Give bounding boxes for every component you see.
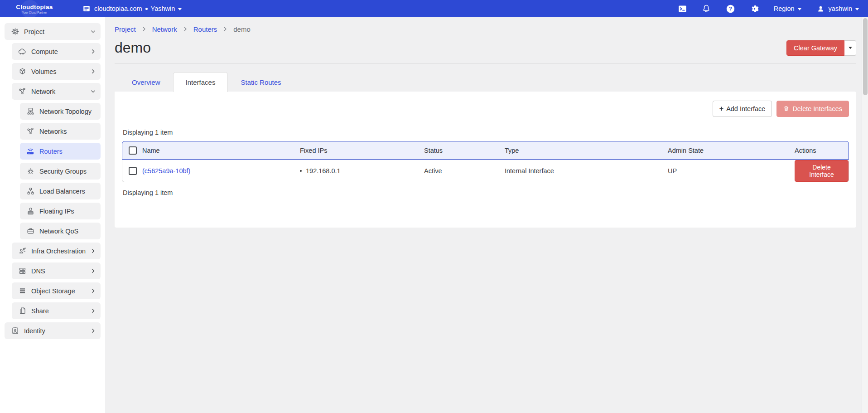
sidebar-item-network-qos[interactable]: Network QoS (20, 223, 101, 239)
page-title: demo (115, 39, 151, 56)
chevron-down-icon (178, 8, 182, 10)
sidebar-item-floating-ips[interactable]: Floating IPs (20, 203, 101, 219)
sidebar-item-label: Networks (39, 128, 67, 135)
sidebar-item-network[interactable]: Network (12, 83, 101, 100)
chevron-down-icon (798, 8, 801, 10)
clear-gateway-dropdown-button[interactable] (844, 40, 856, 56)
trash-icon (783, 105, 789, 113)
domain-project-switcher[interactable]: cloudtopiaa.com Yashwin (82, 4, 182, 14)
floating-ips-icon (26, 207, 35, 216)
sidebar-item-label: Volumes (31, 68, 57, 75)
sidebar-item-networks[interactable]: Networks (20, 123, 101, 140)
select-all-checkbox[interactable] (129, 146, 137, 155)
sidebar-item-volumes[interactable]: Volumes (12, 63, 101, 80)
sidebar-item-infra-orchestration[interactable]: Infra Orchestration (12, 243, 101, 259)
scrollbar[interactable] (862, 17, 868, 413)
interfaces-panel: + Add Interface Delete Interfaces Displa… (115, 92, 856, 228)
item-count-top: Displaying 1 item (123, 129, 856, 136)
network-nodes-icon (18, 87, 27, 96)
tab-overview[interactable]: Overview (119, 72, 173, 92)
scrollbar-thumb[interactable] (863, 18, 868, 95)
chevron-right-icon (90, 308, 96, 314)
project-icon (10, 27, 19, 36)
sidebar-item-share[interactable]: Share (12, 302, 101, 319)
tab-bar: Overview Interfaces Static Routes (119, 72, 856, 92)
bullet-separator-icon (145, 8, 148, 10)
user-menu[interactable]: yashwin (816, 4, 859, 14)
sidebar-item-object-storage[interactable]: Object Storage (12, 282, 101, 299)
table-header-row: Name Fixed IPs Status Type Admin State A… (122, 141, 849, 160)
sidebar-item-dns[interactable]: DNS (12, 262, 101, 279)
main-content: Project Network Routers demo demo Clear … (105, 17, 868, 413)
chevron-right-icon (222, 25, 228, 33)
chevron-down-icon (90, 88, 96, 94)
add-interface-button[interactable]: + Add Interface (713, 101, 772, 117)
logo-tagline: Your Cloud Partner (0, 11, 69, 14)
chevron-right-icon (141, 25, 147, 33)
fixed-ip-cell: 192.168.0.1 (300, 167, 424, 175)
interface-name-link[interactable]: (c5625a9a-10bf) (142, 167, 300, 175)
logo[interactable]: Cloudtopiaa Your Cloud Partner (0, 4, 69, 14)
region-dropdown[interactable]: Region (774, 5, 801, 12)
item-count-bottom: Displaying 1 item (123, 189, 856, 196)
column-header-actions: Actions (795, 147, 849, 154)
chevron-down-icon (849, 47, 852, 49)
sidebar-item-label: Security Groups (39, 168, 87, 175)
sidebar-item-security-groups[interactable]: Security Groups (20, 163, 101, 180)
sidebar-item-label: Network Topology (39, 108, 92, 115)
column-header-name: Name (142, 147, 300, 154)
networks-icon (26, 127, 35, 136)
username-label: yashwin (829, 5, 852, 12)
share-file-icon (18, 306, 27, 316)
project-label: Yashwin (151, 5, 175, 12)
column-header-fixed-ips: Fixed IPs (300, 147, 424, 154)
settings-gear-icon[interactable] (750, 4, 759, 14)
volumes-cube-icon (18, 67, 27, 76)
topbar-right: ? Region yashwin (678, 4, 868, 14)
tab-static-routes[interactable]: Static Routes (228, 72, 294, 92)
breadcrumb-current: demo (233, 25, 251, 33)
breadcrumb-routers[interactable]: Routers (193, 25, 217, 33)
sidebar-item-routers[interactable]: Routers (20, 143, 101, 160)
network-topology-icon (26, 107, 35, 116)
sidebar-item-label: Floating IPs (39, 208, 74, 215)
compute-cloud-icon (18, 47, 27, 56)
type-value: Internal Interface (505, 167, 668, 175)
chevron-right-icon (90, 328, 96, 334)
sidebar-item-label: Load Balancers (39, 188, 85, 195)
load-balancers-icon (26, 187, 35, 196)
sidebar-item-load-balancers[interactable]: Load Balancers (20, 183, 101, 199)
status-value: Active (424, 167, 505, 175)
domain-label: cloudtopiaa.com (94, 5, 142, 12)
help-icon[interactable]: ? (726, 4, 735, 14)
sidebar-item-network-topology[interactable]: Network Topology (20, 103, 101, 120)
clear-gateway-button[interactable]: Clear Gateway (786, 40, 844, 56)
terminal-icon[interactable] (678, 4, 687, 14)
column-header-admin-state: Admin State (668, 147, 795, 154)
sidebar-item-label: Infra Orchestration (31, 248, 86, 255)
sidebar-item-label: Network (31, 88, 55, 95)
delete-interface-button[interactable]: Delete Interface (795, 160, 849, 182)
notifications-bell-icon[interactable] (702, 4, 711, 14)
routers-icon (26, 147, 35, 156)
domain-list-icon (82, 4, 91, 14)
svg-text:?: ? (729, 6, 732, 11)
sidebar-item-project[interactable]: Project (5, 23, 101, 40)
sidebar-item-label: Object Storage (31, 287, 75, 295)
tab-interfaces[interactable]: Interfaces (173, 72, 228, 92)
plus-icon: + (719, 105, 723, 113)
breadcrumb-project[interactable]: Project (115, 25, 136, 33)
sidebar-item-label: Identity (24, 327, 45, 335)
security-groups-icon (26, 167, 35, 176)
sidebar-item-compute[interactable]: Compute (12, 43, 101, 60)
breadcrumb-network[interactable]: Network (152, 25, 177, 33)
sidebar: Project Compute Volumes Network Network … (0, 17, 105, 413)
row-select-checkbox[interactable] (129, 167, 137, 175)
user-avatar-icon (816, 4, 825, 14)
table-row: (c5625a9a-10bf) 192.168.0.1 Active Inter… (122, 160, 849, 182)
delete-interfaces-button[interactable]: Delete Interfaces (776, 101, 849, 117)
sidebar-item-identity[interactable]: Identity (5, 322, 101, 339)
bullet-icon (300, 170, 302, 172)
sidebar-item-label: Network QoS (39, 228, 78, 235)
sidebar-item-label: Compute (31, 48, 58, 55)
